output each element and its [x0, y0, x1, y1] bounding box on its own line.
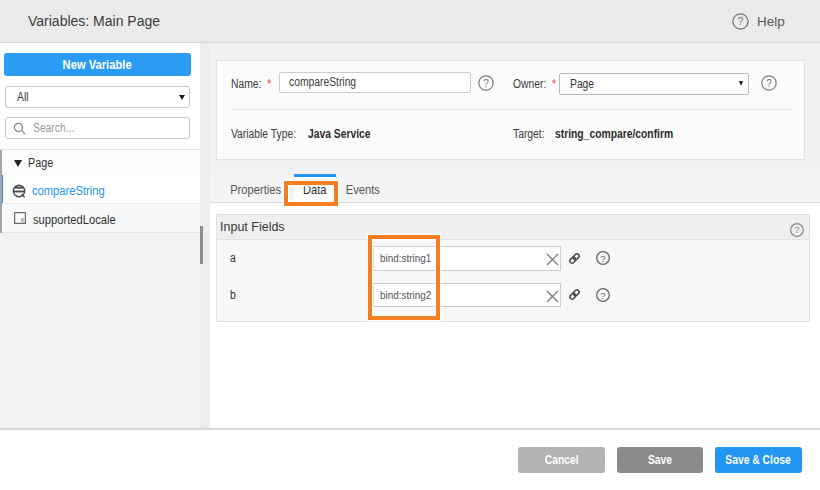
- svg-text:?: ?: [738, 15, 744, 27]
- svg-text:?: ?: [600, 253, 605, 264]
- svg-text:?: ?: [794, 225, 799, 235]
- svg-text:?: ?: [766, 78, 772, 89]
- svg-text:?: ?: [483, 78, 489, 89]
- svg-text:x: x: [21, 216, 25, 223]
- svg-text:?: ?: [600, 290, 605, 301]
